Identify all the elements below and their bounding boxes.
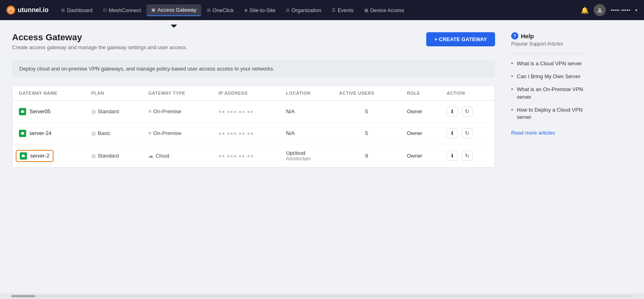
plan-cell: ◎ Standard: [91, 108, 136, 114]
td-role: Owner: [400, 123, 440, 144]
nav-item-oneclick[interactable]: ⊞ OneClick: [202, 5, 239, 16]
td-location: N/A: [280, 101, 332, 123]
action-cell: ⬇ ↻: [447, 151, 488, 161]
nav-dropdown-indicator: [171, 25, 177, 28]
action-cell: ⬇ ↻: [447, 128, 488, 138]
td-active-users: 5: [332, 123, 400, 144]
table-header-row: GATEWAY NAME PLAN GATEWAY TYPE IP ADDRES…: [12, 86, 495, 101]
type-label: On-Premise: [153, 108, 181, 114]
type-label: On-Premise: [153, 130, 181, 136]
td-active-users: 5: [332, 101, 400, 123]
nav-item-dashboard[interactable]: ⊞ Dashboard: [56, 5, 97, 16]
refresh-button[interactable]: ↻: [462, 151, 473, 161]
refresh-button[interactable]: ↻: [462, 106, 473, 116]
plan-label: Standard: [98, 108, 119, 114]
type-cell: ☁ Cloud: [148, 153, 206, 159]
events-icon: ☰: [332, 8, 336, 13]
gateway-status-icon: [19, 108, 26, 115]
td-role: Owner: [400, 101, 440, 123]
td-ip-address: ●●.●●●.●●.●●: [212, 123, 280, 144]
td-plan: ◎ Standard: [85, 144, 142, 168]
nav-right: 🔔 ••••• ••••• ▾: [581, 4, 638, 16]
ip-address-text: ●●.●●●.●●.●●: [219, 153, 254, 159]
td-gateway-name: server-24: [12, 123, 85, 144]
scrollbar-track[interactable]: [11, 295, 633, 297]
svg-rect-5: [22, 132, 23, 133]
help-article-item[interactable]: Can I Bring My Own Server: [511, 73, 588, 80]
nav-item-organization[interactable]: ⊟ Organization: [281, 5, 326, 16]
gateway-name-cell: server-2: [16, 150, 54, 162]
gateway-name-text[interactable]: server-2: [30, 153, 50, 159]
meshconnect-icon: ⊡: [103, 8, 107, 13]
col-role: ROLE: [400, 86, 440, 101]
td-gateway-name: Server05: [12, 101, 85, 123]
help-title: ? Help: [511, 32, 588, 39]
navbar: utunnel.io ⊞ Dashboard ⊡ MeshConnect ▣ A…: [0, 0, 644, 20]
site-to-site-icon: ◈: [244, 8, 248, 13]
nav-items: ⊞ Dashboard ⊡ MeshConnect ▣ Access Gatew…: [56, 4, 579, 16]
gateway-name-cell: server-24: [19, 130, 78, 137]
create-gateway-button[interactable]: + CREATE GATEWAY: [426, 32, 495, 46]
notification-bell-icon[interactable]: 🔔: [581, 6, 589, 14]
nav-item-meshconnect[interactable]: ⊡ MeshConnect: [98, 5, 146, 16]
td-role: Owner: [400, 144, 440, 168]
scrollbar-thumb[interactable]: [11, 295, 35, 297]
brand-icon: [6, 6, 15, 15]
nav-item-events[interactable]: ☰ Events: [327, 5, 359, 16]
info-banner: Deploy cloud and on-premise VPN gateways…: [12, 60, 495, 77]
scrollbar-area: [0, 293, 644, 299]
table-row[interactable]: server-2 ◎ Standard ☁ Cloud ●●.●●●.●●.●●…: [12, 144, 495, 168]
help-article-item[interactable]: What is a Cloud VPN server: [511, 60, 588, 67]
svg-rect-3: [22, 110, 23, 111]
type-cell: ≡ On-Premise: [148, 130, 206, 136]
table-row[interactable]: Server05 ◎ Standard ≡ On-Premise ●●.●●●.…: [12, 101, 495, 123]
location-line2: Amsterdam: [286, 156, 326, 162]
nav-item-device-access[interactable]: ▦ Device Access: [359, 5, 409, 16]
col-gateway-type: GATEWAY TYPE: [142, 86, 212, 101]
page-subtitle: Create access gateway and manage the gat…: [12, 44, 187, 50]
oneclick-icon: ⊞: [207, 8, 211, 13]
gateway-name-cell: Server05: [19, 108, 78, 115]
user-name[interactable]: ••••• •••••: [611, 7, 630, 13]
td-action: ⬇ ↻: [440, 101, 495, 123]
help-articles-list: What is a Cloud VPN serverCan I Bring My…: [511, 60, 588, 121]
td-action: ⬇ ↻: [440, 144, 495, 168]
td-location: UpcloudAmsterdam: [280, 144, 332, 168]
nav-item-access-gateway[interactable]: ▣ Access Gateway: [147, 4, 201, 16]
user-dropdown-icon[interactable]: ▾: [635, 8, 638, 13]
brand-logo[interactable]: utunnel.io: [6, 6, 48, 15]
ip-address-text: ●●.●●●.●●.●●: [219, 109, 254, 114]
svg-rect-7: [23, 154, 24, 156]
help-article-item[interactable]: What is an On-Premise VPN server: [511, 86, 588, 100]
plan-cell: ◎ Standard: [91, 153, 136, 159]
read-more-link[interactable]: Read more articles: [511, 130, 555, 136]
type-icon: ≡: [148, 108, 151, 114]
help-sidebar: ? Help Popular Support Articles What is …: [507, 20, 596, 180]
td-gateway-type: ≡ On-Premise: [142, 101, 212, 123]
col-action: ACTION: [440, 86, 495, 101]
col-plan: PLAN: [85, 86, 142, 101]
location-line1: Upcloud: [286, 150, 326, 156]
td-ip-address: ●●.●●●.●●.●●: [212, 144, 280, 168]
help-article-item[interactable]: How to Deploy a Cloud VPN server: [511, 106, 588, 121]
dashboard-icon: ⊞: [61, 8, 65, 13]
help-icon: ?: [511, 32, 518, 39]
gateway-name-text[interactable]: server-24: [29, 130, 52, 136]
td-gateway-name: server-2: [12, 144, 85, 168]
type-icon: ☁: [148, 153, 153, 159]
plan-icon: ◎: [91, 130, 96, 136]
td-action: ⬇ ↻: [440, 123, 495, 144]
avatar[interactable]: [594, 4, 606, 16]
download-button[interactable]: ⬇: [447, 151, 458, 161]
gateway-name-text[interactable]: Server05: [29, 108, 51, 114]
download-button[interactable]: ⬇: [447, 128, 458, 138]
gateway-table: GATEWAY NAME PLAN GATEWAY TYPE IP ADDRES…: [12, 86, 495, 167]
nav-item-site-to-site[interactable]: ◈ Site-to-Site: [239, 5, 280, 16]
col-active-users: ACTIVE USERS: [332, 86, 400, 101]
organization-icon: ⊟: [286, 8, 289, 13]
table-row[interactable]: server-24 ◎ Basic ≡ On-Premise ●●.●●●.●●…: [12, 123, 495, 144]
col-location: LOCATION: [280, 86, 332, 101]
refresh-button[interactable]: ↻: [462, 128, 473, 138]
download-button[interactable]: ⬇: [447, 106, 458, 116]
page-header: Access Gateway Create access gateway and…: [12, 32, 495, 50]
